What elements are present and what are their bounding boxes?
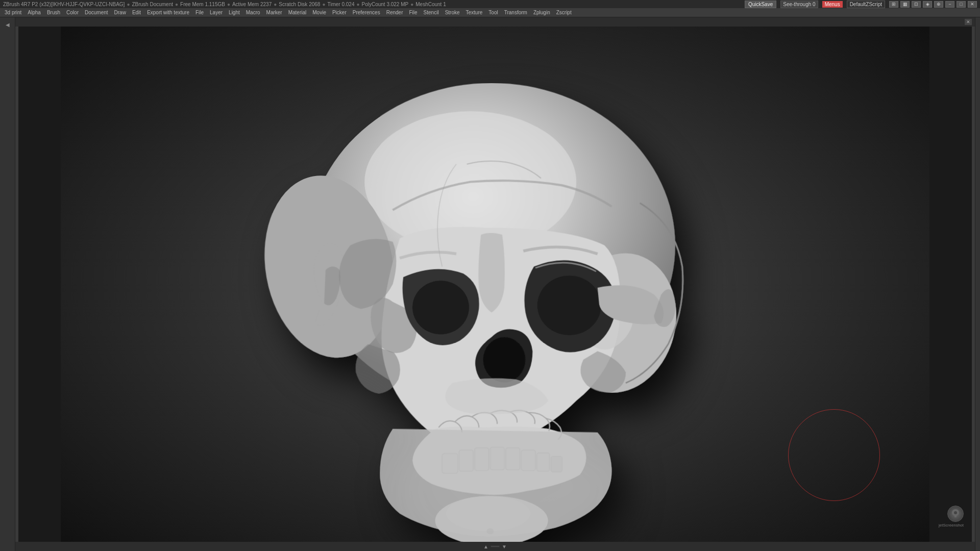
menu-marker[interactable]: Marker	[264, 9, 285, 16]
menu-export-texture[interactable]: Export with texture	[144, 9, 192, 16]
menu-light[interactable]: Light	[226, 9, 242, 16]
sidebar-collapse-button[interactable]: ◀	[0, 19, 15, 30]
title-right: QuickSave See-through 0 Menus DefaultZSc…	[745, 1, 977, 8]
icon-btn-7[interactable]: □	[957, 1, 966, 8]
menu-draw[interactable]: Draw	[112, 9, 129, 16]
menu-3dprint[interactable]: 3d print	[2, 9, 24, 16]
left-sidebar: ◀	[0, 17, 15, 551]
active-mem-stat: Active Mem 2237	[232, 2, 272, 7]
icon-btn-4[interactable]: ◈	[923, 1, 932, 8]
icon-btn-2[interactable]: ▦	[900, 1, 910, 8]
strip-close-button[interactable]: ✕	[965, 19, 972, 25]
mesh-count-stat: MeshCount 1	[415, 2, 446, 7]
poly-count-stat: PolyCount 3.022 MP	[361, 2, 408, 7]
scratch-disk-stat: Scratch Disk 2068	[279, 2, 320, 7]
menu-tool[interactable]: Tool	[486, 9, 500, 16]
menu-brush[interactable]: Brush	[44, 9, 63, 16]
menu-stencil[interactable]: Stencil	[421, 9, 442, 16]
menu-movie[interactable]: Movie	[310, 9, 329, 16]
title-icons: ⊞ ▦ ⊡ ◈ ⊕ − □ ✕	[889, 1, 977, 8]
menu-zplugin[interactable]: Zplugin	[531, 9, 553, 16]
bottom-arrow-down[interactable]: ▼	[502, 544, 507, 549]
menu-zscript[interactable]: Zscript	[554, 9, 574, 16]
menu-picker[interactable]: Picker	[330, 9, 349, 16]
free-mem-stat: Free Mem 1.115GB	[180, 2, 225, 7]
menu-layer[interactable]: Layer	[207, 9, 225, 16]
menu-texture[interactable]: Texture	[463, 9, 485, 16]
menu-material[interactable]: Material	[286, 9, 309, 16]
menu-bar: 3d print Alpha Brush Color Document Draw…	[0, 8, 980, 17]
icon-btn-8[interactable]: ✕	[968, 1, 977, 8]
seethrough-control[interactable]: See-through 0	[780, 1, 818, 8]
quicksave-button[interactable]: QuickSave	[745, 1, 776, 8]
main-layout: ◀ ✕	[0, 17, 980, 551]
svg-point-5	[537, 276, 601, 335]
menu-alpha[interactable]: Alpha	[25, 9, 43, 16]
top-strip: ✕	[15, 17, 975, 27]
icon-btn-1[interactable]: ⊞	[889, 1, 898, 8]
bottom-nav-button[interactable]	[491, 545, 500, 547]
icon-btn-5[interactable]: ⊕	[934, 1, 943, 8]
viewport[interactable]: jetScreenshot	[18, 27, 972, 542]
menus-button[interactable]: Menus	[822, 1, 843, 8]
right-sidebar	[975, 17, 980, 551]
app-title: ZBrush 4R7 P2 (x32)[IKHV-HJJF-QVKP-UZCI-…	[3, 2, 125, 7]
timer-stat: Timer 0.024	[327, 2, 354, 7]
menu-color[interactable]: Color	[64, 9, 81, 16]
svg-point-7	[483, 337, 525, 383]
menu-file[interactable]: File	[193, 9, 206, 16]
defaultscript-button[interactable]: DefaultZScript	[847, 1, 885, 8]
menu-file2[interactable]: File	[406, 9, 420, 16]
icon-btn-3[interactable]: ⊡	[912, 1, 921, 8]
svg-point-6	[412, 281, 469, 334]
title-bar: ZBrush 4R7 P2 (x32)[IKHV-HJJF-QVKP-UZCI-…	[0, 0, 980, 8]
bottom-arrow-up[interactable]: ▲	[483, 544, 488, 549]
menu-stroke[interactable]: Stroke	[443, 9, 462, 16]
document-label: ZBrush Document	[132, 2, 173, 7]
title-left: ZBrush 4R7 P2 (x32)[IKHV-HJJF-QVKP-UZCI-…	[3, 2, 446, 7]
menu-render[interactable]: Render	[384, 9, 406, 16]
menu-macro[interactable]: Macro	[243, 9, 263, 16]
menu-document[interactable]: Document	[82, 9, 111, 16]
skull-viewport[interactable]	[18, 27, 972, 542]
bottom-bar: ▲ ▼	[15, 542, 975, 551]
menu-preferences[interactable]: Preferences	[350, 9, 383, 16]
icon-btn-6[interactable]: −	[945, 1, 954, 8]
canvas-area: ✕	[15, 17, 975, 551]
menu-transform[interactable]: Transform	[502, 9, 530, 16]
menu-edit[interactable]: Edit	[130, 9, 143, 16]
